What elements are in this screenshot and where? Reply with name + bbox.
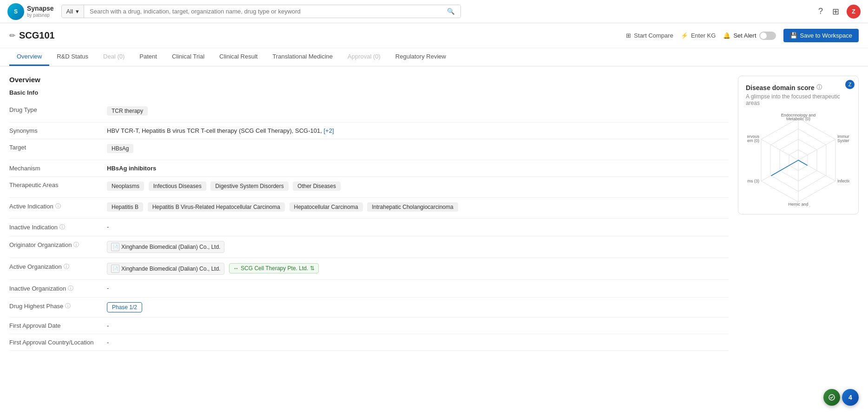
synonyms-label: Synonyms xyxy=(9,127,107,134)
logo-icon: S xyxy=(7,3,24,20)
tag-hcc: Hepatocellular Carcinoma xyxy=(289,202,363,212)
tag-digestive-system: Digestive System Disorders xyxy=(210,182,288,191)
drug-highest-phase-value: Phase 1/2 xyxy=(107,302,729,312)
mechanism-text: HBsAg inhibitors xyxy=(107,165,156,172)
synonyms-value: HBV TCR-T, Hepatitis B virus TCR T-cell … xyxy=(107,127,729,134)
active-org-badge-2[interactable]: ↔ SCG Cell Therapy Pte. Ltd. ⇅ xyxy=(229,263,319,273)
originator-org-info-icon[interactable]: ⓘ xyxy=(73,241,79,249)
active-indication-label: Active Indication ⓘ xyxy=(9,202,107,210)
org-green-icon: ↔ xyxy=(233,265,239,272)
disease-domain-panel: Z Disease domain score ⓘ A glimpse into … xyxy=(738,76,859,214)
save-icon: 💾 xyxy=(790,32,797,39)
active-org-badge-1[interactable]: 📄 Xinghande Biomedical (Dalian) Co., Ltd… xyxy=(107,263,224,275)
drug-phase-info-icon[interactable]: ⓘ xyxy=(65,302,71,310)
active-indication-info-icon[interactable]: ⓘ xyxy=(55,202,61,210)
search-button[interactable]: 🔍 xyxy=(441,5,460,18)
tag-hbv-hcc: Hepatitis B Virus-Related Hepatocellular… xyxy=(148,202,285,212)
search-container: All ▾ 🔍 xyxy=(61,5,461,18)
originator-org-label: Originator Organization ⓘ xyxy=(9,241,107,249)
apps-icon[interactable]: ⊞ xyxy=(830,5,841,19)
tab-regulatory-review[interactable]: Regulatory Review xyxy=(388,48,454,66)
first-approval-date-label: First Approval Date xyxy=(9,322,107,329)
drug-header: ✏ SCG101 ⊞ Start Compare ⚡ Enter KG 🔔 Se… xyxy=(0,23,868,48)
save-workspace-button[interactable]: 💾 Save to Workspace xyxy=(783,29,859,42)
first-approval-date-row: First Approval Date - xyxy=(9,318,729,334)
logo-sub: by patsnap xyxy=(27,13,54,18)
header-actions: ? ⊞ Z xyxy=(816,5,861,19)
set-alert-label: Set Alert xyxy=(733,32,756,39)
user-avatar[interactable]: Z xyxy=(847,5,861,19)
kg-icon: ⚡ xyxy=(681,32,688,39)
therapeutic-areas-value: Neoplasms Infectious Diseases Digestive … xyxy=(107,182,729,193)
tab-patent[interactable]: Patent xyxy=(132,48,164,66)
svg-text:System (0): System (0) xyxy=(747,138,759,143)
search-category-dropdown[interactable]: All ▾ xyxy=(62,5,84,18)
disease-panel-title: Disease domain score ⓘ xyxy=(746,84,851,91)
tab-translational-medicine[interactable]: Translational Medicine xyxy=(265,48,340,66)
tab-rd-status[interactable]: R&D Status xyxy=(49,48,96,66)
first-approval-date-value: - xyxy=(107,322,729,329)
start-compare-button[interactable]: ⊞ Start Compare xyxy=(626,32,673,39)
radar-svg: Endocrinology and Metabolic (0) Immune S… xyxy=(747,114,849,207)
therapeutic-areas-row: Therapeutic Areas Neoplasms Infectious D… xyxy=(9,177,729,198)
target-label: Target xyxy=(9,144,107,151)
tab-approval[interactable]: Approval (0) xyxy=(340,48,388,66)
drug-type-label: Drug Type xyxy=(9,106,107,113)
svg-text:Neoplasms (3): Neoplasms (3) xyxy=(747,179,759,183)
search-input[interactable] xyxy=(84,5,441,18)
disease-domain-info-icon[interactable]: ⓘ xyxy=(816,84,822,91)
svg-text:Infectious (1): Infectious (1) xyxy=(837,179,849,183)
first-approval-country-label: First Approval Country/Location xyxy=(9,339,107,346)
inactive-org-info-icon[interactable]: ⓘ xyxy=(68,285,73,292)
active-org-name-2: SCG Cell Therapy Pte. Ltd. xyxy=(241,265,308,272)
drug-type-tag: TCR therapy xyxy=(107,106,148,116)
active-indication-value: Hepatitis B Hepatitis B Virus-Related He… xyxy=(107,202,729,214)
overview-section-title: Overview xyxy=(9,76,729,84)
inactive-org-value: - xyxy=(107,285,729,292)
originator-org-badge[interactable]: 📄 Xinghande Biomedical (Dalian) Co., Ltd… xyxy=(107,241,224,253)
drug-actions: ⊞ Start Compare ⚡ Enter KG 🔔 Set Alert 💾… xyxy=(626,29,859,42)
tab-deal[interactable]: Deal (0) xyxy=(96,48,132,66)
target-row: Target HBsAg xyxy=(9,139,729,160)
tab-clinical-result[interactable]: Clinical Result xyxy=(212,48,265,66)
active-indication-row: Active Indication ⓘ Hepatitis B Hepatiti… xyxy=(9,198,729,219)
alert-icon: 🔔 xyxy=(723,32,730,39)
inactive-indication-info-icon[interactable]: ⓘ xyxy=(59,223,65,231)
panel-close-button[interactable]: Z xyxy=(845,80,855,89)
radar-chart: Endocrinology and Metabolic (0) Immune S… xyxy=(747,114,849,207)
logo-text-group: Synapse by patsnap xyxy=(27,5,54,17)
alert-toggle[interactable] xyxy=(759,32,776,40)
tab-clinical-trial[interactable]: Clinical Trial xyxy=(164,48,212,66)
compare-icon: ⊞ xyxy=(626,32,631,39)
active-org-value: 📄 Xinghande Biomedical (Dalian) Co., Ltd… xyxy=(107,263,729,275)
synonyms-more-link[interactable]: [+2] xyxy=(323,127,334,134)
first-approval-country-row: First Approval Country/Location - xyxy=(9,334,729,351)
enter-kg-button[interactable]: ⚡ Enter KG xyxy=(681,32,716,39)
target-tag: HBsAg xyxy=(107,144,133,153)
help-icon[interactable]: ? xyxy=(816,5,825,18)
tab-overview[interactable]: Overview xyxy=(9,48,49,66)
synonyms-row: Synonyms HBV TCR-T, Hepatitis B virus TC… xyxy=(9,123,729,139)
drug-highest-phase-label: Drug Highest Phase ⓘ xyxy=(9,302,107,310)
logo-name: Synapse xyxy=(27,5,54,12)
mechanism-label: Mechanism xyxy=(9,165,107,172)
mechanism-value: HBsAg inhibitors xyxy=(107,165,729,172)
drug-type-row: Drug Type TCR therapy xyxy=(9,102,729,123)
start-compare-label: Start Compare xyxy=(634,32,673,39)
basic-info-subtitle: Basic Info xyxy=(9,89,729,96)
active-org-info-icon[interactable]: ⓘ xyxy=(64,263,69,271)
org-doc-icon: 📄 xyxy=(111,243,119,251)
first-approval-country-value: - xyxy=(107,339,729,346)
originator-org-name: Xinghande Biomedical (Dalian) Co., Ltd. xyxy=(121,244,220,250)
inactive-indication-label: Inactive Indication ⓘ xyxy=(9,223,107,231)
toggle-slider xyxy=(759,32,776,40)
active-org-row: Active Organization ⓘ 📄 Xinghande Biomed… xyxy=(9,258,729,280)
content-area: Overview Basic Info Drug Type TCR therap… xyxy=(0,66,868,360)
tag-neoplasms: Neoplasms xyxy=(107,182,144,191)
main-content: Overview Basic Info Drug Type TCR therap… xyxy=(9,76,729,351)
therapeutic-areas-label: Therapeutic Areas xyxy=(9,182,107,188)
org-arrows-icon: ⇅ xyxy=(310,265,315,272)
target-value: HBsAg xyxy=(107,144,729,155)
inactive-org-row: Inactive Organization ⓘ - xyxy=(9,280,729,298)
org-doc-icon-2: 📄 xyxy=(111,265,119,273)
